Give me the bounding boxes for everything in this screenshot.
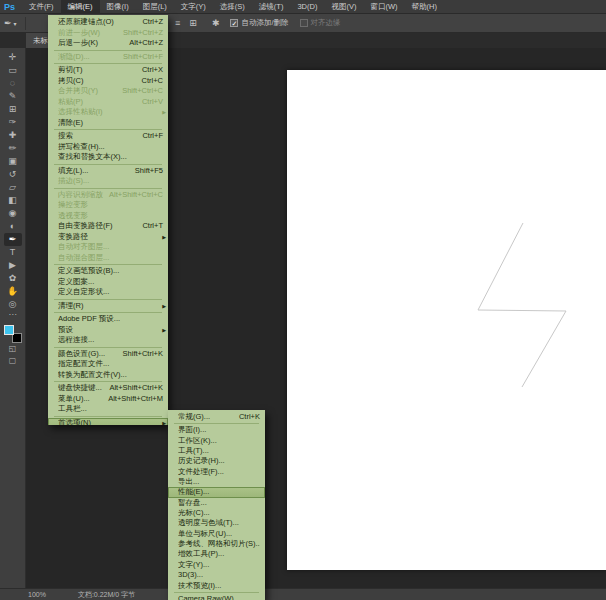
menubar-item[interactable]: 3D(D) bbox=[290, 0, 324, 14]
quick-mask-icon[interactable]: ◱ bbox=[9, 343, 17, 355]
prefs-menu-item[interactable]: 增效工具(P)... bbox=[168, 549, 265, 559]
prefs-menu-item[interactable]: 技术预览(I)... bbox=[168, 581, 265, 591]
menubar-item[interactable]: 视图(V) bbox=[324, 0, 363, 14]
checkbox-checked-icon[interactable]: ✓ bbox=[230, 19, 238, 27]
menu-separator bbox=[54, 50, 162, 51]
menubar-item[interactable]: 图像(I) bbox=[100, 0, 136, 14]
prefs-menu-item[interactable]: 工具(T)... bbox=[168, 446, 265, 456]
quick-selection-tool-icon[interactable]: ✎ bbox=[4, 90, 22, 103]
prefs-menu-item[interactable]: 界面(I)... bbox=[168, 425, 265, 435]
foreground-color-swatch[interactable] bbox=[4, 325, 14, 335]
marquee-tool-icon[interactable]: ▭ bbox=[4, 64, 22, 77]
eraser-tool-icon[interactable]: ▱ bbox=[4, 181, 22, 194]
menubar-item[interactable]: 窗口(W) bbox=[363, 0, 404, 14]
prefs-menu-item[interactable]: 3D(3)... bbox=[168, 570, 265, 580]
tool-preset-picker[interactable]: ✒ ▾ bbox=[0, 18, 21, 28]
menu-item-label: 参考线、网格和切片(S)... bbox=[178, 539, 260, 549]
path-arrangement-icon[interactable]: ⊞ bbox=[189, 18, 197, 28]
move-tool-icon[interactable]: ✛ bbox=[4, 51, 22, 64]
menu-item-label: 清理(R) bbox=[58, 301, 163, 312]
eyedropper-tool-icon[interactable]: ✑ bbox=[4, 116, 22, 129]
custom-shape-tool-icon[interactable]: ✿ bbox=[4, 272, 22, 285]
edit-menu-item[interactable]: 拷贝(C)Ctrl+C bbox=[48, 76, 168, 87]
pen-tool-icon: ✒ bbox=[4, 18, 12, 28]
gradient-tool-icon[interactable]: ◧ bbox=[4, 194, 22, 207]
edit-menu-item[interactable]: 键盘快捷键...Alt+Shift+Ctrl+K bbox=[48, 383, 168, 394]
menubar-item[interactable]: 文件(F) bbox=[22, 0, 61, 14]
prefs-menu-item[interactable]: 常规(G)...Ctrl+K bbox=[168, 412, 265, 422]
lasso-tool-icon[interactable]: ◌ bbox=[4, 77, 22, 90]
edit-menu-item[interactable]: 首选项(N)▶ bbox=[48, 418, 168, 426]
edit-menu-item[interactable]: 远程连接... bbox=[48, 335, 168, 346]
brush-tool-icon[interactable]: ✏ bbox=[4, 142, 22, 155]
prefs-menu-item[interactable]: 光标(C)... bbox=[168, 508, 265, 518]
menu-item-label: 增效工具(P)... bbox=[178, 549, 260, 559]
edit-menu-item[interactable]: 颜色设置(G)...Shift+Ctrl+K bbox=[48, 349, 168, 360]
document-canvas[interactable] bbox=[287, 70, 606, 570]
edit-menu-item[interactable]: 工具栏... bbox=[48, 404, 168, 415]
menu-item-shortcut: Shift+Ctrl+K bbox=[123, 349, 163, 360]
menu-item-label: 工具栏... bbox=[58, 404, 163, 415]
menu-item-label: 透明度与色域(T)... bbox=[178, 518, 260, 528]
edit-toolbar-icon[interactable]: ⋯ bbox=[9, 311, 17, 321]
menu-item-shortcut: Alt+Shift+Ctrl+M bbox=[108, 394, 163, 405]
edit-menu-item[interactable]: 后退一步(K)Alt+Ctrl+Z bbox=[48, 38, 168, 49]
menu-separator bbox=[54, 164, 162, 165]
prefs-menu-item[interactable]: 暂存盘... bbox=[168, 498, 265, 508]
menubar-item[interactable]: 帮助(H) bbox=[405, 0, 444, 14]
prefs-menu-item[interactable]: Camera Raw(W)... bbox=[168, 594, 265, 600]
prefs-menu-item[interactable]: 透明度与色域(T)... bbox=[168, 518, 265, 528]
prefs-menu-item[interactable]: 文字(Y)... bbox=[168, 560, 265, 570]
gear-icon[interactable]: ✱ bbox=[212, 18, 220, 28]
edit-menu-item[interactable]: 定义画笔预设(B)... bbox=[48, 266, 168, 277]
prefs-menu-item[interactable]: 导出... bbox=[168, 477, 265, 487]
edit-menu-item[interactable]: 填充(L)...Shift+F5 bbox=[48, 166, 168, 177]
menubar-item[interactable]: 图层(L) bbox=[136, 0, 174, 14]
menu-item-label: 内容识别缩放 bbox=[58, 190, 105, 201]
edit-menu-item[interactable]: 还原新建锚点(O)Ctrl+Z bbox=[48, 17, 168, 28]
pen-tool-icon[interactable]: ✒ bbox=[4, 233, 22, 246]
edit-menu-item[interactable]: 查找和替换文本(X)... bbox=[48, 152, 168, 163]
auto-add-delete-option[interactable]: ✓ 自动添加/删除 bbox=[230, 18, 288, 28]
edit-menu-item[interactable]: 定义自定形状... bbox=[48, 287, 168, 298]
edit-menu-item[interactable]: 拼写检查(H)... bbox=[48, 142, 168, 153]
edit-menu-item[interactable]: Adobe PDF 预设... bbox=[48, 314, 168, 325]
path-selection-tool-icon[interactable]: ▶ bbox=[4, 259, 22, 272]
blur-tool-icon[interactable]: ◉ bbox=[4, 207, 22, 220]
menubar-item[interactable]: 选择(S) bbox=[213, 0, 252, 14]
edit-menu-item[interactable]: 预设▶ bbox=[48, 325, 168, 336]
crop-tool-icon[interactable]: ⊞ bbox=[4, 103, 22, 116]
prefs-menu-item[interactable]: 文件处理(F)... bbox=[168, 467, 265, 477]
edit-menu-item[interactable]: 菜单(U)...Alt+Shift+Ctrl+M bbox=[48, 394, 168, 405]
prefs-menu-item[interactable]: 工作区(K)... bbox=[168, 436, 265, 446]
dodge-tool-icon[interactable]: ◐ bbox=[4, 220, 22, 233]
edit-menu-item[interactable]: 清除(E) bbox=[48, 118, 168, 129]
history-brush-tool-icon[interactable]: ↺ bbox=[4, 168, 22, 181]
edit-menu-item: 前进一步(W)Shift+Ctrl+Z bbox=[48, 28, 168, 39]
menu-item-label: 清除(E) bbox=[58, 118, 163, 129]
prefs-menu-item[interactable]: 历史记录(H)... bbox=[168, 456, 265, 466]
edit-menu-item[interactable]: 搜索Ctrl+F bbox=[48, 131, 168, 142]
edit-menu-item[interactable]: 指定配置文件... bbox=[48, 359, 168, 370]
type-tool-icon[interactable]: T bbox=[4, 246, 22, 259]
menu-separator bbox=[54, 63, 162, 64]
screen-mode-icon[interactable]: ▢ bbox=[9, 355, 17, 367]
edit-menu-item[interactable]: 转换为配置文件(V)... bbox=[48, 370, 168, 381]
menubar-item[interactable]: 文字(Y) bbox=[174, 0, 213, 14]
menubar-item[interactable]: 滤镜(T) bbox=[252, 0, 291, 14]
prefs-menu-item[interactable]: 单位与标尺(U)... bbox=[168, 529, 265, 539]
clone-stamp-tool-icon[interactable]: ▣ bbox=[4, 155, 22, 168]
spot-healing-brush-tool-icon[interactable]: ✚ bbox=[4, 129, 22, 142]
menubar-item[interactable]: 编辑(E) bbox=[61, 0, 100, 14]
zoom-level-field[interactable]: 100% bbox=[28, 591, 46, 598]
path-alignment-icon[interactable]: ≡ bbox=[175, 18, 180, 28]
edit-menu-item[interactable]: 清理(R)▶ bbox=[48, 301, 168, 312]
edit-menu-item[interactable]: 变换路径▶ bbox=[48, 232, 168, 243]
prefs-menu-item[interactable]: 性能(E)... bbox=[168, 487, 265, 497]
hand-tool-icon[interactable]: ✋ bbox=[4, 285, 22, 298]
edit-menu-item[interactable]: 自由变换路径(F)Ctrl+T bbox=[48, 221, 168, 232]
edit-menu-item[interactable]: 定义图案... bbox=[48, 277, 168, 288]
prefs-menu-item[interactable]: 参考线、网格和切片(S)... bbox=[168, 539, 265, 549]
document-size-info: 文档:0.22M/0 字节 bbox=[78, 590, 135, 600]
edit-menu-item[interactable]: 剪切(T)Ctrl+X bbox=[48, 65, 168, 76]
